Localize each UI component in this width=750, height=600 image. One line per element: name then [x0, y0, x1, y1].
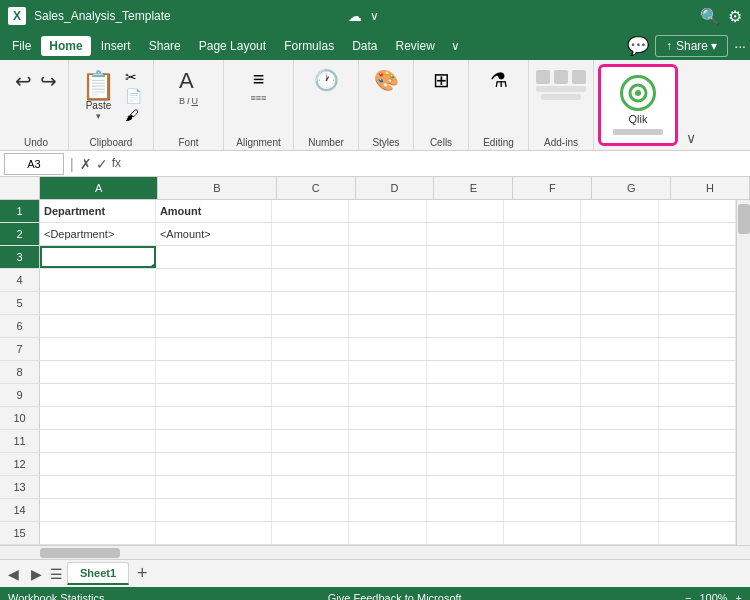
- settings-icon[interactable]: ⚙: [728, 7, 742, 26]
- redo-button[interactable]: ↪: [37, 68, 60, 94]
- table-row: 3: [0, 246, 736, 269]
- col-header-D[interactable]: D: [356, 177, 435, 199]
- qlik-icon: [620, 75, 656, 111]
- insert-function-icon[interactable]: fx: [112, 156, 121, 172]
- ribbon-group-clipboard: 📋 Paste ▾ ✂ 📄 🖌 Clipboard: [69, 60, 154, 150]
- menu-review[interactable]: Review: [388, 36, 443, 56]
- table-row: 15: [0, 522, 736, 545]
- main-content: A B C D E F G H 1 Department Amount: [0, 177, 750, 587]
- status-center: Give Feedback to Microsoft: [328, 592, 462, 600]
- menu-insert[interactable]: Insert: [93, 36, 139, 56]
- copy-button[interactable]: 📄: [122, 87, 145, 105]
- zoom-out-icon[interactable]: −: [685, 592, 691, 600]
- paste-button[interactable]: 📋 Paste ▾: [77, 68, 120, 137]
- cell-G1[interactable]: [581, 200, 658, 222]
- table-row: 8: [0, 361, 736, 384]
- status-left[interactable]: Workbook Statistics: [8, 592, 104, 600]
- cell-G2[interactable]: [581, 223, 658, 245]
- cell-C1[interactable]: [272, 200, 349, 222]
- alignment-label: Alignment: [236, 137, 280, 150]
- cell-B2[interactable]: <Amount>: [156, 223, 272, 245]
- sheet-nav-prev[interactable]: ◀: [4, 566, 23, 582]
- cell-B1[interactable]: Amount: [156, 200, 272, 222]
- ribbon-group-cells: ⊞ Cells: [414, 60, 469, 150]
- horizontal-scrollbar[interactable]: [0, 545, 750, 559]
- col-header-H[interactable]: H: [671, 177, 750, 199]
- col-header-C[interactable]: C: [277, 177, 356, 199]
- column-headers: A B C D E F G H: [0, 177, 750, 200]
- alignment-icon: ≡: [253, 68, 265, 91]
- cell-reference[interactable]: [4, 153, 64, 175]
- formula-input[interactable]: [125, 153, 746, 175]
- font-label: Font: [178, 137, 198, 150]
- cell-F3[interactable]: [504, 246, 581, 268]
- cell-C3[interactable]: [272, 246, 349, 268]
- confirm-formula-icon[interactable]: ✓: [96, 156, 108, 172]
- cell-E3[interactable]: [427, 246, 504, 268]
- table-row: 14: [0, 499, 736, 522]
- sheet-nav-next[interactable]: ▶: [27, 566, 46, 582]
- format-painter-button[interactable]: 🖌: [122, 106, 145, 124]
- menu-data[interactable]: Data: [344, 36, 385, 56]
- cell-D3[interactable]: [349, 246, 426, 268]
- cell-H3[interactable]: [659, 246, 736, 268]
- svg-point-1: [635, 90, 641, 96]
- status-bar: Workbook Statistics Give Feedback to Mic…: [0, 587, 750, 600]
- sheet-tab-sheet1[interactable]: Sheet1: [67, 562, 129, 585]
- fill-handle[interactable]: [151, 264, 156, 268]
- col-header-G[interactable]: G: [592, 177, 671, 199]
- dropdown-icon[interactable]: ∨: [370, 9, 379, 23]
- cut-button[interactable]: ✂: [122, 68, 145, 86]
- cell-H2[interactable]: [659, 223, 736, 245]
- cell-D1[interactable]: [349, 200, 426, 222]
- col-header-E[interactable]: E: [434, 177, 513, 199]
- vertical-scrollbar[interactable]: [736, 200, 750, 545]
- cell-C2[interactable]: [272, 223, 349, 245]
- ribbon: ↩ ↪ Undo 📋 Paste ▾ ✂ 📄 🖌 Clipboard: [0, 60, 750, 151]
- share-button[interactable]: ↑ Share ▾: [655, 35, 728, 57]
- comment-icon[interactable]: 💬: [627, 35, 649, 57]
- cell-E2[interactable]: [427, 223, 504, 245]
- sheet-menu-icon[interactable]: ☰: [50, 566, 63, 582]
- styles-label: Styles: [372, 137, 399, 150]
- cell-H1[interactable]: [659, 200, 736, 222]
- ribbon-group-addins: Add-ins: [529, 60, 594, 150]
- cell-A4[interactable]: [40, 269, 156, 291]
- menu-home[interactable]: Home: [41, 36, 90, 56]
- col-header-B[interactable]: B: [158, 177, 276, 199]
- cell-A1[interactable]: Department: [40, 200, 156, 222]
- undo-button[interactable]: ↩: [12, 68, 35, 94]
- cell-D2[interactable]: [349, 223, 426, 245]
- ribbon-expand-button[interactable]: ∨: [682, 126, 700, 150]
- cell-A2[interactable]: <Department>: [40, 223, 156, 245]
- cell-E1[interactable]: [427, 200, 504, 222]
- table-row: 2 <Department> <Amount>: [0, 223, 736, 246]
- cell-A3[interactable]: [40, 246, 156, 268]
- clipboard-label: Clipboard: [90, 137, 133, 150]
- cell-F1[interactable]: [504, 200, 581, 222]
- cloud-save-icon[interactable]: ☁: [348, 8, 362, 24]
- menu-share[interactable]: Share: [141, 36, 189, 56]
- ribbon-group-editing: ⚗ Editing: [469, 60, 529, 150]
- col-header-F[interactable]: F: [513, 177, 592, 199]
- cells-label: Cells: [430, 137, 452, 150]
- ribbon-group-undo: ↩ ↪ Undo: [4, 60, 69, 150]
- menu-bar: File Home Insert Share Page Layout Formu…: [0, 32, 750, 60]
- menu-formulas[interactable]: Formulas: [276, 36, 342, 56]
- cell-B3[interactable]: [156, 246, 272, 268]
- cell-G3[interactable]: [581, 246, 658, 268]
- zoom-in-icon[interactable]: +: [736, 592, 742, 600]
- search-icon[interactable]: 🔍: [700, 7, 720, 26]
- menu-file[interactable]: File: [4, 36, 39, 56]
- more-icon[interactable]: ···: [734, 38, 746, 54]
- menu-page-layout[interactable]: Page Layout: [191, 36, 274, 56]
- table-row: 11: [0, 430, 736, 453]
- ribbon-group-qlik[interactable]: Qlik: [598, 64, 678, 146]
- cancel-formula-icon[interactable]: ✗: [80, 156, 92, 172]
- cell-F2[interactable]: [504, 223, 581, 245]
- scrollbar-thumb[interactable]: [738, 204, 750, 234]
- paste-icon: 📋: [81, 72, 116, 100]
- add-sheet-button[interactable]: +: [133, 563, 152, 584]
- h-scrollbar-thumb[interactable]: [40, 548, 120, 558]
- col-header-A[interactable]: A: [40, 177, 158, 199]
